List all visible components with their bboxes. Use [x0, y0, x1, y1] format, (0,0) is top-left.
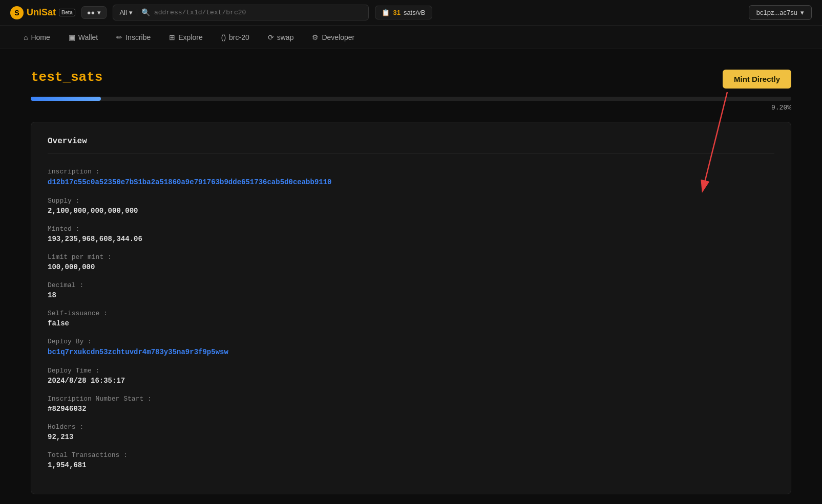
page-title: test_sats	[31, 70, 102, 85]
field-value-self_issuance: false	[48, 319, 774, 327]
network-selector[interactable]: ●● ▾	[81, 6, 107, 19]
explore-icon: ⊞	[169, 33, 175, 41]
nav-item-home[interactable]: ⌂ Home	[15, 29, 58, 46]
field-label-minted: Minted :	[48, 225, 774, 233]
progress-label: 9.20%	[31, 104, 791, 112]
field-row-limit_per_mint: Limit per mint :100,000,000	[48, 253, 774, 271]
field-label-decimal: Decimal :	[48, 281, 774, 289]
field-label-supply: Supply :	[48, 197, 774, 205]
field-row-holders: Holders :92,213	[48, 423, 774, 441]
field-label-self_issuance: Self-issuance :	[48, 310, 774, 317]
all-label: All	[119, 9, 127, 16]
wallet-button[interactable]: bc1pz...ac7su ▾	[749, 5, 812, 20]
field-label-deploy_time: Deploy Time :	[48, 367, 774, 375]
field-label-inscription_number_start: Inscription Number Start :	[48, 395, 774, 403]
main-nav: ⌂ Home ▣ Wallet ✏ Inscribe ⊞ Explore () …	[0, 26, 822, 49]
swap-icon: ⟳	[268, 33, 274, 41]
mint-directly-button[interactable]: Mint Directly	[723, 70, 791, 89]
field-row-total_transactions: Total Transactions :1,954,681	[48, 451, 774, 469]
field-label-total_transactions: Total Transactions :	[48, 451, 774, 459]
field-label-inscription: inscription :	[48, 168, 774, 176]
beta-badge: Beta	[59, 9, 75, 16]
developer-icon: ⚙	[312, 33, 319, 41]
field-row-deploy_by: Deploy By :bc1q7rxukcdn53zchtuvdr4m783y3…	[48, 338, 774, 357]
search-icon: 🔍	[141, 8, 150, 17]
fee-value: 31	[393, 9, 400, 16]
field-value-deploy_by[interactable]: bc1q7rxukcdn53zchtuvdr4m783y35na9r3f9p5w…	[48, 348, 228, 356]
overview-title: Overview	[48, 137, 774, 154]
nav-item-inscribe[interactable]: ✏ Inscribe	[108, 29, 159, 46]
field-row-inscription_number_start: Inscription Number Start :#82946032	[48, 395, 774, 413]
nav-item-brc20[interactable]: () brc-20	[213, 29, 258, 46]
nav-item-developer[interactable]: ⚙ Developer	[304, 29, 363, 46]
nav-label-explore: Explore	[178, 33, 202, 41]
field-value-decimal: 18	[48, 291, 774, 299]
field-value-limit_per_mint: 100,000,000	[48, 263, 774, 271]
main-content: test_sats Mint Directly 9.20% Overview i…	[0, 49, 822, 504]
field-label-holders: Holders :	[48, 423, 774, 431]
network-icon: ●●	[87, 9, 95, 16]
field-row-inscription: inscription :d12b17c55c0a52350e7bS1ba2a5…	[48, 168, 774, 187]
wallet-address: bc1pz...ac7su	[756, 9, 797, 16]
home-icon: ⌂	[24, 33, 28, 41]
all-chevron: ▾	[129, 9, 133, 16]
field-label-deploy_by: Deploy By :	[48, 338, 774, 345]
search-input[interactable]	[154, 9, 363, 16]
wallet-icon: ▣	[69, 33, 75, 41]
nav-label-brc20: brc-20	[229, 33, 249, 41]
field-row-supply: Supply :2,100,000,000,000,000	[48, 197, 774, 215]
fee-unit: sats/vB	[404, 9, 426, 16]
field-value-deploy_time: 2024/8/28 16:35:17	[48, 377, 774, 385]
all-selector[interactable]: All ▾	[119, 9, 137, 16]
page-header: test_sats Mint Directly	[31, 70, 791, 89]
field-value-minted: 193,235,968,608,344.06	[48, 235, 774, 243]
fee-badge: 📋 31 sats/vB	[375, 6, 432, 19]
nav-label-home: Home	[31, 33, 50, 41]
nav-item-swap[interactable]: ⟳ swap	[260, 29, 302, 46]
nav-item-explore[interactable]: ⊞ Explore	[161, 29, 210, 46]
fee-icon: 📋	[382, 9, 390, 16]
progress-fill	[31, 97, 101, 101]
nav-label-inscribe: Inscribe	[125, 33, 151, 41]
field-row-minted: Minted :193,235,968,608,344.06	[48, 225, 774, 243]
overview-card: Overview inscription :d12b17c55c0a52350e…	[31, 122, 791, 494]
nav-item-wallet[interactable]: ▣ Wallet	[60, 29, 106, 46]
progress-bar-container	[31, 97, 791, 101]
logo-icon: S	[10, 6, 24, 19]
nav-label-swap: swap	[277, 33, 294, 41]
field-row-self_issuance: Self-issuance :false	[48, 310, 774, 327]
wallet-chevron: ▾	[800, 9, 804, 16]
network-chevron: ▾	[97, 9, 101, 16]
nav-label-developer: Developer	[322, 33, 354, 41]
logo-text: UniSat	[27, 7, 56, 18]
field-value-total_transactions: 1,954,681	[48, 461, 774, 469]
field-row-deploy_time: Deploy Time :2024/8/28 16:35:17	[48, 367, 774, 385]
nav-label-wallet: Wallet	[78, 33, 98, 41]
header: S UniSat Beta ●● ▾ All ▾ 🔍 📋 31 sats/vB …	[0, 0, 822, 26]
field-value-supply: 2,100,000,000,000,000	[48, 207, 774, 215]
inscribe-icon: ✏	[116, 33, 122, 41]
logo[interactable]: S UniSat Beta	[10, 6, 75, 19]
brc20-icon: ()	[221, 33, 226, 41]
field-label-limit_per_mint: Limit per mint :	[48, 253, 774, 261]
field-row-decimal: Decimal :18	[48, 281, 774, 299]
field-value-inscription[interactable]: d12b17c55c0a52350e7bS1ba2a51860a9e791763…	[48, 178, 332, 186]
search-bar: All ▾ 🔍	[113, 5, 369, 20]
field-value-inscription_number_start: #82946032	[48, 405, 774, 413]
field-value-holders: 92,213	[48, 433, 774, 441]
overview-fields: inscription :d12b17c55c0a52350e7bS1ba2a5…	[48, 168, 774, 469]
